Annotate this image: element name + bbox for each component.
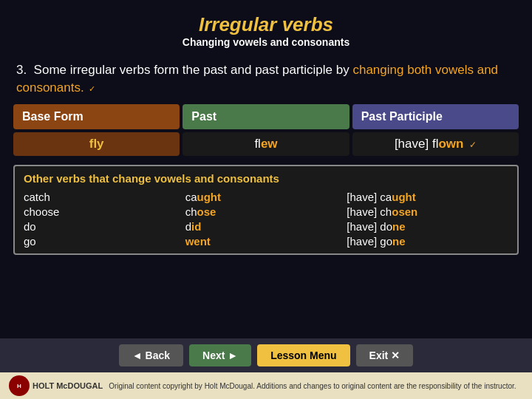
intro-text-part1: 3. Some irregular verbs form the past an… xyxy=(16,63,352,77)
verb-row-fly: fly flew [have] flown ✓ xyxy=(13,132,519,156)
verb-go-participle: [have] gone xyxy=(347,235,508,248)
participle-flown: [have] flown ✓ xyxy=(352,132,519,156)
verb-choose-participle: [have] chosen xyxy=(347,205,508,218)
verb-catch-past: caught xyxy=(185,191,347,203)
base-form-fly: fly xyxy=(13,132,180,156)
footer-bar: H HOLT McDOUGAL Original content copyrig… xyxy=(0,372,532,399)
verb-table: Base Form Past Past Participle fly flew … xyxy=(13,104,519,159)
verb-do-participle: [have] done xyxy=(347,220,508,233)
exit-button[interactable]: Exit ✕ xyxy=(356,344,414,366)
verb-do-base: do xyxy=(24,220,185,233)
past-unchanged: fl xyxy=(254,137,261,151)
header-base-form: Base Form xyxy=(13,104,180,129)
participle-changed: own xyxy=(438,137,463,151)
main-content: Irregular verbs Changing vowels and cons… xyxy=(0,0,532,338)
other-verbs-title: Other verbs that change vowels and conso… xyxy=(24,172,508,185)
header-past-participle: Past Participle xyxy=(352,104,519,129)
verb-catch-participle: [have] caught xyxy=(347,191,508,203)
table-headers: Base Form Past Past Participle xyxy=(13,104,519,129)
subtitle: Changing vowels and consonants xyxy=(13,36,519,48)
holt-logo-icon: H xyxy=(9,375,30,396)
verb-row-choose: choose chose [have] chosen xyxy=(24,205,508,218)
footer-logo: H HOLT McDOUGAL xyxy=(9,375,103,396)
bottom-bar: ◄ Back Next ► Lesson Menu Exit ✕ xyxy=(0,338,532,372)
main-title: Irregular verbs xyxy=(13,13,519,36)
participle-prefix: [have] fl xyxy=(395,137,439,151)
verb-row-catch: catch caught [have] caught xyxy=(24,191,508,203)
verb-go-past: went xyxy=(185,235,347,248)
other-verbs-section: Other verbs that change vowels and conso… xyxy=(13,165,519,255)
header-past: Past xyxy=(183,104,349,129)
verb-row-go: go went [have] gone xyxy=(24,235,508,248)
verb-go-base: go xyxy=(24,235,185,248)
verb-choose-past: chose xyxy=(185,205,347,218)
intro-text: 3. Some irregular verbs form the past an… xyxy=(13,51,519,104)
footer-copyright: Original content copyright by Holt McDou… xyxy=(109,382,516,390)
past-changed: ew xyxy=(261,137,278,151)
lesson-menu-button[interactable]: Lesson Menu xyxy=(257,344,349,366)
verb-choose-base: choose xyxy=(24,205,185,218)
next-button[interactable]: Next ► xyxy=(189,344,251,366)
verb-catch-base: catch xyxy=(24,191,185,203)
checkmark-indicator: ✓ xyxy=(86,84,95,93)
verb-do-past: did xyxy=(185,220,347,233)
verb-rows: catch caught [have] caught choose chose … xyxy=(24,191,508,248)
verb-row-do: do did [have] done xyxy=(24,220,508,233)
back-button[interactable]: ◄ Back xyxy=(119,344,183,366)
title-section: Irregular verbs Changing vowels and cons… xyxy=(13,7,519,51)
past-flew: flew xyxy=(183,132,349,156)
participle-arrow-icon: ✓ xyxy=(466,140,476,150)
logo-text: HOLT McDOUGAL xyxy=(33,381,103,390)
